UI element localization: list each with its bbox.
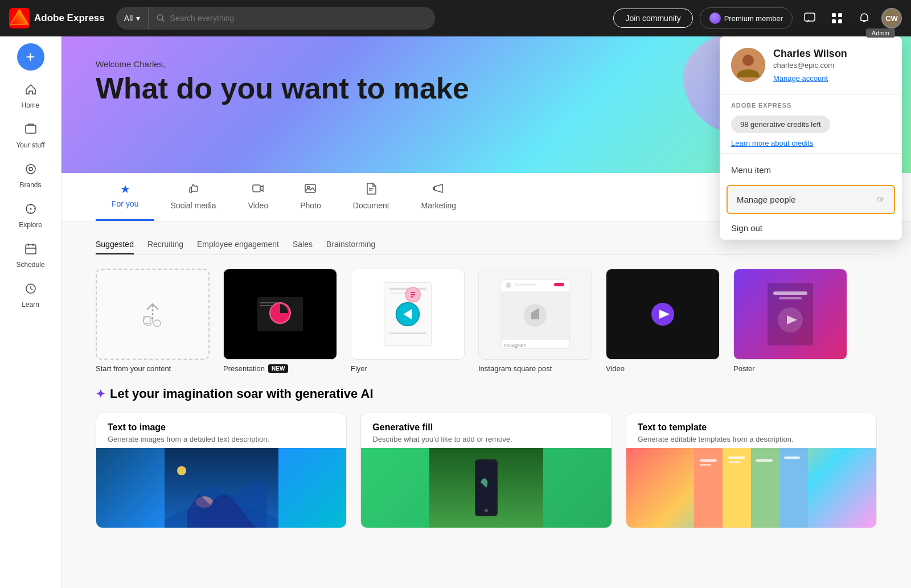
- learn-credits-link[interactable]: Learn more about credits: [731, 139, 891, 147]
- card-video[interactable]: Video: [606, 269, 720, 373]
- bell-icon: [858, 12, 871, 24]
- dropdown-divider-1: [720, 153, 902, 154]
- card-instagram-square-post[interactable]: instagram Instagram square post: [478, 269, 592, 373]
- explore-icon: [24, 203, 37, 219]
- search-input-wrap: [148, 7, 434, 30]
- colorful-illustration: [694, 448, 808, 528]
- svg-point-31: [143, 316, 153, 326]
- ai-card-generative-fill[interactable]: Generative fill Describe what you'd like…: [360, 413, 612, 528]
- tab-document[interactable]: Document: [337, 173, 405, 221]
- svg-rect-10: [26, 125, 36, 133]
- svg-point-12: [29, 167, 32, 171]
- avatar-button[interactable]: CW: [881, 8, 902, 28]
- sidebar-item-explore[interactable]: Explore: [5, 197, 56, 235]
- plus-icon: +: [26, 49, 35, 65]
- ocean-illustration: [165, 448, 278, 528]
- profile-dropdown: Admin Charles Wilson charles@epic.com Ma…: [720, 36, 902, 240]
- your-stuff-icon: [24, 123, 37, 139]
- profile-info: Charles Wilson charles@epic.com Manage a…: [773, 48, 891, 83]
- dropdown-section-label: ADOBE EXPRESS: [720, 95, 902, 112]
- tab-for-you[interactable]: ★ For you: [96, 173, 154, 221]
- sidebar-item-your-stuff[interactable]: Your stuff: [5, 117, 56, 155]
- profile-header: Charles Wilson charles@epic.com Manage a…: [720, 36, 902, 95]
- svg-point-11: [26, 165, 35, 174]
- notifications-icon-button[interactable]: [854, 8, 875, 28]
- ai-card-title-3: Text to template: [638, 422, 865, 433]
- chat-icon-button[interactable]: [799, 8, 820, 28]
- sidebar-item-home[interactable]: Home: [5, 77, 56, 115]
- card-presentation[interactable]: Presentation NEW: [223, 269, 337, 373]
- new-badge: NEW: [268, 364, 288, 373]
- svg-rect-78: [779, 448, 808, 528]
- create-button[interactable]: +: [17, 43, 44, 71]
- schedule-icon: [24, 242, 37, 258]
- svg-rect-7: [838, 13, 842, 17]
- svg-rect-19: [26, 245, 36, 254]
- premium-gem-icon: [709, 13, 721, 24]
- sub-tab-brainstorming[interactable]: Brainstorming: [326, 235, 375, 254]
- ai-card-text-to-image[interactable]: Text to image Generate images from a det…: [96, 413, 347, 528]
- brands-icon: [24, 163, 37, 179]
- admin-badge: Admin: [866, 28, 895, 38]
- svg-rect-25: [190, 188, 191, 192]
- upload-cloud-icon: [134, 296, 171, 332]
- card-poster[interactable]: Poster: [733, 269, 847, 373]
- svg-rect-26: [253, 185, 260, 192]
- cursor-icon: ☞: [877, 194, 885, 205]
- chat-icon: [803, 12, 816, 24]
- svg-rect-52: [554, 283, 564, 286]
- manage-account-link[interactable]: Manage account: [773, 74, 828, 83]
- search-input[interactable]: [170, 14, 427, 23]
- card-start-from-content[interactable]: Start from your content: [96, 269, 210, 373]
- sub-tab-employee-engagement[interactable]: Employee engagement: [197, 235, 279, 254]
- sub-tab-suggested[interactable]: Suggested: [96, 235, 134, 254]
- svg-point-72: [485, 509, 488, 512]
- svg-rect-81: [728, 457, 745, 459]
- flyer-preview-icon: [379, 280, 436, 348]
- ai-card-desc-1: Generate images from a detailed text des…: [108, 435, 335, 443]
- chevron-down-icon: ▾: [136, 14, 140, 23]
- template-cards-row: Start from your content Pr: [96, 269, 877, 373]
- dropdown-menu-item[interactable]: Menu item: [720, 157, 902, 183]
- svg-rect-8: [832, 19, 836, 23]
- tab-marketing[interactable]: Marketing: [405, 173, 472, 221]
- sidebar-item-schedule[interactable]: Schedule: [5, 237, 56, 274]
- sub-tab-recruiting[interactable]: Recruiting: [147, 235, 183, 254]
- sub-tab-sales[interactable]: Sales: [293, 235, 313, 254]
- ai-card-title-1: Text to image: [108, 422, 335, 433]
- svg-rect-49: [501, 289, 569, 291]
- profile-name: Charles Wilson: [773, 48, 891, 60]
- svg-point-14: [30, 208, 31, 210]
- svg-rect-80: [700, 464, 711, 466]
- manage-people-button[interactable]: Manage people ☞: [727, 185, 895, 214]
- svg-rect-76: [723, 448, 751, 528]
- svg-rect-27: [305, 184, 315, 192]
- svg-line-4: [162, 19, 164, 21]
- sidebar-item-brands[interactable]: Brands: [5, 157, 56, 195]
- card-start-label: Start from your content: [96, 364, 210, 373]
- card-presentation-label: Presentation NEW: [223, 364, 337, 373]
- svg-rect-42: [389, 332, 426, 334]
- home-icon: [24, 83, 37, 99]
- apps-icon-button[interactable]: [827, 8, 847, 28]
- join-community-button[interactable]: Join community: [613, 9, 692, 28]
- tab-social-media[interactable]: Social media: [154, 173, 232, 221]
- ai-sparkle-icon: ✦: [96, 387, 105, 401]
- svg-point-50: [506, 282, 511, 288]
- logo-area: Adobe Express: [9, 8, 105, 28]
- svg-rect-84: [784, 457, 800, 459]
- search-type-dropdown[interactable]: All ▾: [116, 7, 149, 30]
- tab-photo[interactable]: Photo: [284, 173, 337, 221]
- video-preview-icon: [629, 291, 697, 337]
- tab-video[interactable]: Video: [232, 173, 285, 221]
- svg-rect-82: [728, 461, 741, 463]
- sign-out-button[interactable]: Sign out: [720, 216, 902, 240]
- premium-member-button[interactable]: Premium member: [700, 7, 793, 29]
- ai-cards-row: Text to image Generate images from a det…: [96, 413, 877, 528]
- card-flyer[interactable]: Flyer: [351, 269, 465, 373]
- sidebar-item-learn[interactable]: Learn: [5, 277, 56, 314]
- ai-card-text-to-template[interactable]: Text to template Generate editable templ…: [626, 413, 877, 528]
- svg-rect-83: [756, 459, 773, 462]
- ai-card-image-1: [96, 448, 346, 528]
- ai-card-image-2: [361, 448, 611, 528]
